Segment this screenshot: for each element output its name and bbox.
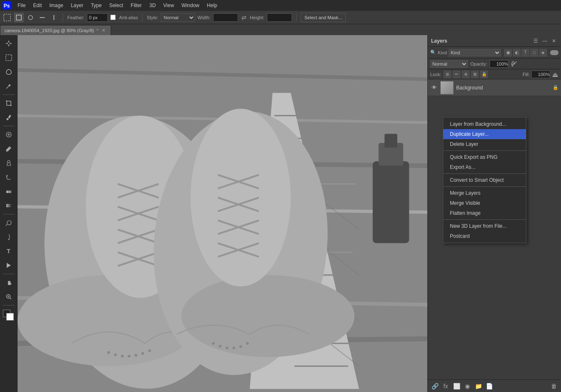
panel-close-button[interactable]: ✕ bbox=[550, 37, 558, 45]
filter-shape-icon[interactable]: □ bbox=[531, 49, 538, 56]
svg-rect-6 bbox=[53, 15, 54, 20]
antialias-label: Anti-alias bbox=[119, 15, 138, 20]
height-input[interactable] bbox=[267, 13, 292, 22]
tab-close-button[interactable]: ✕ bbox=[101, 28, 107, 33]
svg-marker-7 bbox=[8, 40, 10, 47]
layers-lock-row: Lock: ⊞ ✏ ⊕ ⊠ 🔒 Fill: bbox=[428, 69, 561, 79]
canvas-area[interactable] bbox=[18, 35, 427, 392]
width-label: Width: bbox=[198, 15, 211, 20]
lock-artboard-button[interactable]: ⊠ bbox=[471, 71, 479, 78]
crop-tool[interactable] bbox=[2, 97, 15, 110]
options-sep2 bbox=[142, 13, 142, 22]
add-style-button[interactable]: fx bbox=[441, 382, 450, 391]
zoom-tool[interactable] bbox=[2, 290, 15, 303]
lock-pixels-button[interactable]: ⊞ bbox=[444, 71, 451, 78]
feather-input[interactable] bbox=[87, 13, 108, 22]
rect-marquee-icon[interactable] bbox=[14, 13, 23, 22]
filter-kind-select[interactable]: Kind Name Effect Mode Attribute Color Sm… bbox=[449, 49, 501, 56]
wand-tool[interactable] bbox=[2, 79, 15, 93]
ctx-new-3d-layer[interactable]: New 3D Layer from File... bbox=[443, 221, 526, 231]
layer-visibility-toggle[interactable]: 👁 bbox=[430, 84, 438, 92]
link-layers-button[interactable]: 🔗 bbox=[430, 382, 439, 391]
dodge-tool[interactable] bbox=[2, 216, 15, 229]
ctx-export-as[interactable]: Export As... bbox=[443, 162, 526, 172]
hand-tool[interactable] bbox=[2, 276, 15, 289]
menu-filter[interactable]: Filter bbox=[127, 0, 145, 11]
menu-layer[interactable]: Layer bbox=[67, 0, 86, 11]
svg-line-28 bbox=[10, 298, 11, 300]
menu-image[interactable]: Image bbox=[46, 0, 66, 11]
add-adjustment-button[interactable]: ◉ bbox=[463, 382, 472, 391]
filter-type-icon[interactable]: T bbox=[522, 49, 529, 56]
text-tool[interactable]: T bbox=[2, 244, 15, 258]
context-menu: Layer from Background... Duplicate Layer… bbox=[443, 117, 526, 243]
width-input[interactable] bbox=[213, 13, 238, 22]
filter-toggle[interactable] bbox=[550, 50, 558, 55]
new-group-button[interactable]: 📁 bbox=[474, 382, 483, 391]
ctx-layer-from-bg[interactable]: Layer from Background... bbox=[443, 119, 526, 129]
menu-select[interactable]: Select bbox=[106, 0, 126, 11]
pen-tool[interactable] bbox=[2, 230, 15, 244]
filter-smart-icon[interactable]: ◈ bbox=[539, 49, 547, 56]
menu-view[interactable]: View bbox=[160, 0, 178, 11]
ctx-merge-visible[interactable]: Merge Visible bbox=[443, 198, 526, 208]
layers-bottom-bar: 🔗 fx ⬜ ◉ 📁 📄 🗑 bbox=[428, 379, 561, 392]
filter-adjust-icon[interactable]: ◐ bbox=[513, 49, 520, 56]
menu-window[interactable]: Window bbox=[178, 0, 203, 11]
marquee-tool[interactable] bbox=[2, 51, 15, 64]
eraser-tool[interactable] bbox=[2, 185, 15, 198]
menu-edit[interactable]: Edit bbox=[30, 0, 45, 11]
layer-row[interactable]: 👁 Background 🔒 bbox=[428, 79, 561, 96]
opacity-input[interactable] bbox=[490, 60, 508, 68]
healing-tool[interactable] bbox=[2, 128, 15, 141]
ctx-postcard[interactable]: Postcard bbox=[443, 231, 526, 241]
fill-input[interactable] bbox=[531, 71, 550, 78]
ctx-delete-layer[interactable]: Delete Layer bbox=[443, 139, 526, 149]
ctx-quick-export-png[interactable]: Quick Export as PNG bbox=[443, 152, 526, 162]
blend-mode-select[interactable]: Normal Dissolve Multiply Screen Overlay bbox=[430, 60, 468, 68]
single-col-marquee-icon[interactable] bbox=[49, 13, 58, 22]
ctx-sep3 bbox=[443, 186, 526, 187]
menu-file[interactable]: File bbox=[14, 0, 29, 11]
feather-label: Feather: bbox=[67, 15, 84, 20]
panel-minimize-button[interactable]: — bbox=[541, 37, 548, 45]
layer-lock-icon: 🔒 bbox=[553, 85, 558, 91]
lock-paint-button[interactable]: ✏ bbox=[453, 71, 460, 78]
path-select-tool[interactable] bbox=[2, 259, 15, 272]
ctx-merge-layers[interactable]: Merge Layers bbox=[443, 188, 526, 198]
lasso-tool[interactable] bbox=[2, 65, 15, 79]
document-tab[interactable]: camera-1840054_1920.jpg @ 80% (Gray/8) *… bbox=[0, 25, 111, 35]
menu-help[interactable]: Help bbox=[203, 0, 221, 11]
style-label: Style: bbox=[147, 15, 158, 20]
antialias-checkbox[interactable] bbox=[110, 15, 116, 20]
eyedropper-tool[interactable] bbox=[2, 111, 15, 124]
layers-panel-header: Layers ☰ — ✕ bbox=[428, 35, 561, 47]
menu-3d[interactable]: 3D bbox=[146, 0, 159, 11]
new-layer-button[interactable]: 📄 bbox=[485, 382, 494, 391]
brush-tool[interactable] bbox=[2, 142, 15, 155]
gradient-tool[interactable] bbox=[2, 199, 15, 212]
move-tool[interactable] bbox=[2, 37, 15, 50]
ctx-sep1 bbox=[443, 150, 526, 151]
filter-pixel-icon[interactable]: ▣ bbox=[504, 49, 512, 56]
ctx-duplicate-layer[interactable]: Duplicate Layer... bbox=[443, 129, 526, 139]
add-mask-button[interactable]: ⬜ bbox=[452, 382, 461, 391]
style-select[interactable]: Normal Fixed Ratio Fixed Size bbox=[161, 13, 195, 22]
delete-layer-button[interactable]: 🗑 bbox=[549, 382, 558, 391]
select-mask-button[interactable]: Select and Mask... bbox=[301, 13, 346, 22]
svg-marker-8 bbox=[5, 43, 12, 44]
lock-transform-button[interactable]: ⊕ bbox=[462, 71, 470, 78]
single-row-marquee-icon[interactable] bbox=[38, 13, 47, 22]
lock-all-button[interactable]: 🔒 bbox=[480, 71, 488, 78]
tool-sep5 bbox=[3, 305, 15, 305]
ctx-convert-smart-object[interactable]: Convert to Smart Object bbox=[443, 175, 526, 185]
menu-type[interactable]: Type bbox=[87, 0, 105, 11]
ctx-flatten-image[interactable]: Flatten Image bbox=[443, 208, 526, 218]
left-toolbar: T bbox=[0, 35, 18, 392]
color-picker[interactable] bbox=[2, 309, 15, 322]
ellipse-marquee-icon[interactable] bbox=[26, 13, 35, 22]
clone-stamp-tool[interactable] bbox=[2, 156, 15, 170]
panel-menu-button[interactable]: ☰ bbox=[532, 37, 539, 45]
history-brush-tool[interactable] bbox=[2, 171, 15, 184]
filter-icons: ▣ ◐ T □ ◈ bbox=[504, 49, 547, 56]
